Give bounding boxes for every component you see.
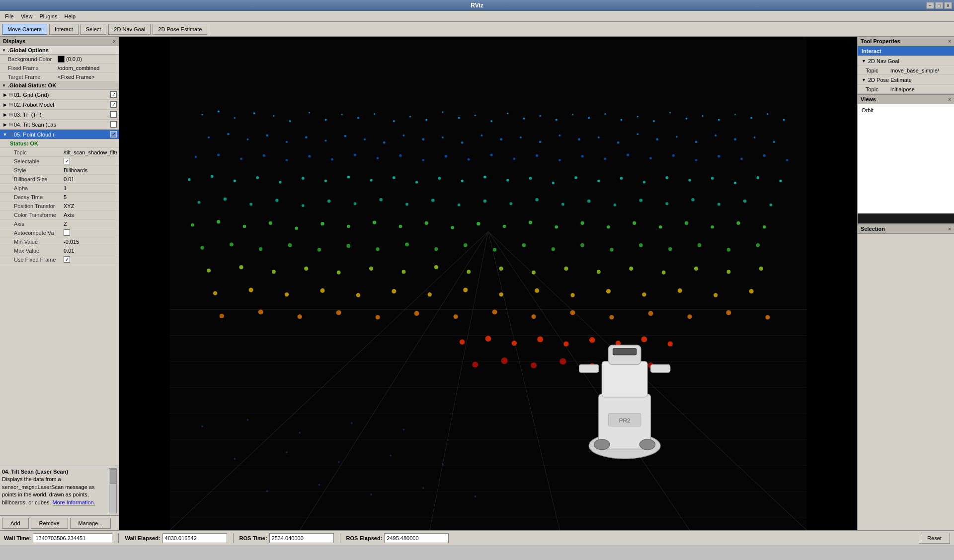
svg-point-99 — [581, 155, 584, 157]
menu-file[interactable]: File — [2, 12, 17, 20]
pc-use-fixed-frame-checkbox[interactable] — [64, 256, 70, 263]
selection-close-icon[interactable]: × — [948, 226, 951, 232]
description-scrollbar-thumb[interactable] — [110, 469, 117, 484]
svg-point-194 — [552, 247, 555, 251]
minimize-button[interactable]: − — [926, 2, 934, 9]
pc-style-value[interactable]: Billboards — [64, 167, 117, 173]
pc-color-transform-value[interactable]: Axis — [64, 212, 117, 218]
pc-decay-value[interactable]: 5 — [64, 194, 117, 200]
svg-point-47 — [718, 119, 720, 121]
pc-min-value-value[interactable]: -0.015 — [64, 239, 117, 245]
interact-tool-item[interactable]: Interact — [858, 46, 954, 56]
menu-help[interactable]: Help — [61, 12, 79, 20]
wall-elapsed-value[interactable] — [162, 533, 227, 543]
tool-properties-close-icon[interactable]: × — [948, 39, 951, 44]
ros-elapsed-value[interactable] — [384, 533, 449, 543]
display-01-checkbox[interactable] — [110, 91, 117, 98]
pc-axis-value[interactable]: Z — [64, 221, 117, 227]
target-frame-value[interactable]: <Fixed Frame> — [58, 74, 117, 80]
3d-viewport[interactable]: PR2 — [119, 37, 857, 530]
svg-point-145 — [431, 199, 435, 202]
svg-point-77 — [695, 141, 698, 143]
reset-button[interactable]: Reset — [919, 533, 950, 544]
pose-estimate-topic-label: Topic — [866, 86, 890, 92]
display-item-04[interactable]: ▶ ⊞ 04. Tilt Scan (Las — [0, 120, 119, 130]
display-03-expand-icon[interactable]: ▶ — [2, 112, 8, 118]
remove-button[interactable]: Remove — [31, 518, 68, 529]
pose-estimate-tool-label: 2D Pose Estimate — [868, 77, 912, 83]
titlebar: RViz − □ × — [0, 0, 954, 11]
fixed-frame-value[interactable]: /odom_combined — [58, 65, 117, 71]
global-status-header[interactable]: ▼ .Global Status: OK — [0, 81, 119, 90]
pc-topic-value[interactable]: /tilt_scan_shadow_filtere — [64, 149, 117, 155]
toolbar-select[interactable]: Select — [80, 24, 107, 35]
pose-estimate-topic-value[interactable]: initialpose — [890, 86, 952, 92]
pose-estimate-tool-item[interactable]: ▼ 2D Pose Estimate — [858, 75, 954, 85]
toolbar-2d-pose-estimate[interactable]: 2D Pose Estimate — [153, 24, 207, 35]
svg-point-84 — [240, 158, 242, 160]
svg-point-195 — [580, 243, 584, 247]
pc-alpha-value[interactable]: 1 — [64, 185, 117, 191]
display-04-expand-icon[interactable]: ▶ — [2, 122, 8, 128]
add-button[interactable]: Add — [2, 518, 29, 529]
display-02-checkbox[interactable] — [110, 101, 117, 108]
svg-point-57 — [305, 136, 308, 139]
description-scrollbar[interactable] — [109, 468, 117, 513]
svg-point-288 — [266, 490, 268, 492]
display-item-03[interactable]: ▶ ⊞ 03. TF (TF) — [0, 110, 119, 120]
background-color-swatch[interactable] — [58, 56, 65, 63]
maximize-button[interactable]: □ — [935, 2, 943, 9]
display-01-expand-icon[interactable]: ▶ — [2, 92, 8, 98]
nav-goal-topic-value[interactable]: move_base_simple/ — [890, 68, 952, 73]
svg-point-69 — [539, 141, 542, 143]
displays-close-icon[interactable]: × — [113, 39, 116, 44]
display-04-checkbox[interactable] — [110, 121, 117, 128]
svg-point-64 — [442, 137, 444, 139]
pc-billboard-size-value[interactable]: 0.01 — [64, 176, 117, 182]
pc-topic-row: Topic /tilt_scan_shadow_filtere — [0, 148, 119, 157]
svg-point-162 — [269, 221, 272, 225]
right-panel: Tool Properties × Interact ▼ 2D Nav Goal… — [857, 37, 954, 530]
views-close-icon[interactable]: × — [948, 97, 951, 102]
selection-section: Selection × — [858, 224, 954, 530]
svg-point-220 — [213, 291, 217, 295]
close-button[interactable]: × — [944, 2, 952, 9]
display-02-expand-icon[interactable]: ▶ — [2, 102, 8, 108]
nav-goal-tool-item[interactable]: ▼ 2D Nav Goal — [858, 56, 954, 66]
svg-point-262 — [531, 362, 537, 368]
svg-point-142 — [354, 202, 357, 205]
svg-point-43 — [653, 120, 655, 122]
ros-time-value[interactable] — [269, 533, 334, 543]
orbit-view-item[interactable]: Orbit — [860, 106, 952, 114]
svg-rect-0 — [170, 37, 807, 530]
global-options-header[interactable]: ▼ .Global Options — [0, 46, 119, 55]
display-item-05[interactable]: ▼ ⊞ 05. Point Cloud ( — [0, 130, 119, 140]
svg-point-29 — [425, 119, 427, 121]
display-item-01[interactable]: ▶ ⊞ 01. Grid (Grid) — [0, 90, 119, 100]
background-color-value[interactable]: (0,0,0) — [58, 56, 117, 63]
svg-point-285 — [338, 461, 340, 463]
toolbar-interact[interactable]: Interact — [49, 24, 79, 35]
menu-view[interactable]: View — [18, 12, 36, 20]
display-03-checkbox[interactable] — [110, 111, 117, 118]
svg-point-177 — [659, 225, 662, 229]
pc-pos-transform-value[interactable]: XYZ — [64, 203, 117, 209]
pc-max-value-value[interactable]: 0.01 — [64, 248, 117, 254]
svg-point-125 — [552, 182, 555, 184]
pc-autocompute-checkbox[interactable] — [64, 229, 70, 236]
pc-selectable-checkbox[interactable] — [64, 158, 70, 164]
background-color-label: Background Color — [8, 56, 58, 62]
display-05-checkbox[interactable] — [110, 131, 117, 138]
svg-point-202 — [207, 269, 211, 273]
toolbar-move-camera[interactable]: Move Camera — [2, 24, 47, 35]
wall-time-value[interactable] — [33, 533, 112, 543]
svg-point-269 — [594, 439, 610, 450]
nav-goal-topic-row: Topic move_base_simple/ — [858, 66, 954, 75]
menu-plugins[interactable]: Plugins — [36, 12, 60, 20]
description-link[interactable]: More Information. — [53, 499, 95, 505]
manage-button[interactable]: Manage... — [70, 518, 111, 529]
pc-max-value-label: Max Value — [14, 248, 64, 254]
toolbar-2d-nav-goal[interactable]: 2D Nav Goal — [108, 24, 151, 35]
display-item-02[interactable]: ▶ ⊞ 02. Robot Model — [0, 100, 119, 110]
display-05-expand-icon[interactable]: ▼ — [2, 132, 8, 138]
